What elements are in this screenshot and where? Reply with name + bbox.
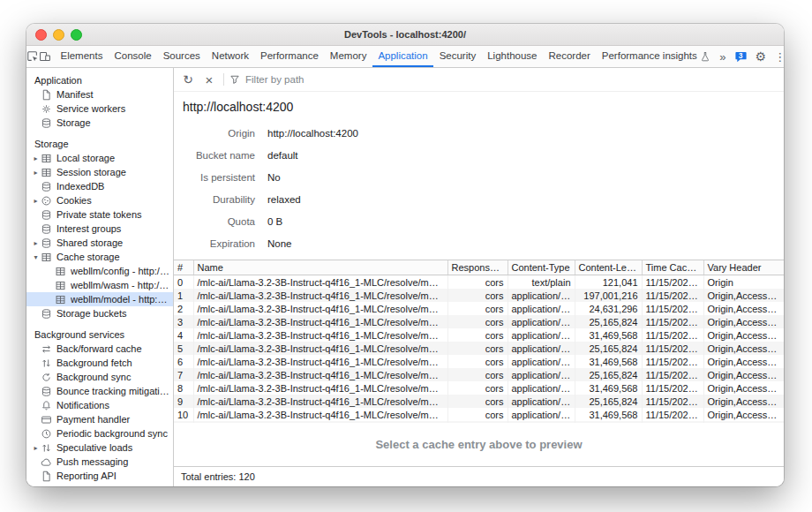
sidebar-item[interactable]: Push messaging (26, 455, 173, 469)
sidebar-item[interactable]: Payment handler (26, 412, 173, 426)
sidebar-item[interactable]: Application (26, 73, 173, 87)
sidebar-item[interactable]: Service workers (26, 102, 173, 116)
sidebar-item[interactable]: Storage (26, 137, 173, 151)
cache-entry-row[interactable]: 3 /mlc-ai/Llama-3.2-3B-Instruct-q4f16_1-… (174, 315, 784, 328)
panel-tab[interactable]: Elements (55, 46, 109, 67)
panel-tab[interactable]: Memory (324, 46, 372, 67)
total-entries-statusbar: Total entries: 120 (174, 466, 784, 486)
disclosure-arrow-icon[interactable] (31, 197, 41, 205)
refresh-icon[interactable]: ↻ (179, 71, 197, 88)
kebab-menu-icon[interactable]: ⋮ (774, 50, 784, 64)
sidebar-item[interactable]: Periodic background sync (26, 426, 173, 440)
sidebar-item-label: Payment handler (56, 414, 173, 425)
panel-tab[interactable]: Lighthouse (482, 46, 543, 67)
sidebar-item[interactable]: Local storage (26, 151, 173, 165)
cell-response-type: cors (447, 302, 508, 315)
sidebar-item[interactable]: Background sync (26, 370, 173, 384)
cache-entry-row[interactable]: 8 /mlc-ai/Llama-3.2-3B-Instruct-q4f16_1-… (174, 381, 784, 395)
metadata-value: None (267, 238, 292, 249)
column-header-content-type[interactable]: Content-Type (508, 260, 575, 275)
sidebar-item[interactable]: Cookies (26, 193, 173, 207)
delete-selected-icon[interactable]: × (200, 71, 218, 88)
panel-tab[interactable]: Network (206, 46, 254, 67)
cell-index: 7 (174, 368, 193, 381)
panel-tab-label: Console (114, 50, 151, 61)
sidebar-item-label: Reporting API (56, 471, 173, 481)
cell-vary-header: Origin (703, 275, 784, 290)
sidebar-item[interactable]: Back/forward cache (26, 342, 173, 356)
cache-entry-row[interactable]: 2 /mlc-ai/Llama-3.2-3B-Instruct-q4f16_1-… (174, 302, 784, 315)
cache-entry-row[interactable]: 0 /mlc-ai/Llama-3.2-3B-Instruct-q4f16_1-… (174, 275, 784, 290)
cell-time-cached: 11/15/2024, 10… (642, 342, 703, 355)
sidebar-item[interactable]: Private state tokens (26, 207, 173, 222)
cell-response-type: cors (447, 315, 508, 328)
sidebar-item[interactable]: Storage (26, 116, 173, 130)
sidebar-item-label: IndexedDB (56, 181, 173, 192)
cell-time-cached: 11/15/2024, 10… (642, 408, 703, 421)
cache-entry-row[interactable]: 4 /mlc-ai/Llama-3.2-3B-Instruct-q4f16_1-… (174, 328, 784, 342)
cell-content-length: 24,631,296 (575, 302, 642, 315)
sidebar-item[interactable]: Bounce tracking mitigations (26, 384, 173, 398)
sidebar-item-icon (41, 153, 52, 164)
sidebar-item[interactable]: Session storage (26, 165, 173, 179)
sidebar-item[interactable]: Shared storage (26, 236, 173, 250)
column-header-name[interactable]: Name (193, 260, 447, 275)
sidebar-item[interactable]: Manifest (26, 87, 173, 102)
cache-entry-row[interactable]: 6 /mlc-ai/Llama-3.2-3B-Instruct-q4f16_1-… (174, 355, 784, 368)
column-header-index[interactable]: # (174, 260, 193, 275)
cache-entry-row[interactable]: 1 /mlc-ai/Llama-3.2-3B-Instruct-q4f16_1-… (174, 289, 784, 302)
zoom-window-button[interactable] (71, 29, 82, 41)
disclosure-arrow-icon[interactable] (31, 239, 41, 247)
sidebar-item[interactable]: Cache storage (26, 250, 173, 264)
disclosure-arrow-icon[interactable] (31, 154, 41, 162)
inspect-element-icon[interactable] (26, 46, 39, 67)
cell-response-type: cors (447, 328, 508, 342)
sidebar-item[interactable]: Speculative loads (26, 440, 173, 455)
minimize-window-button[interactable] (53, 29, 64, 41)
panel-tab[interactable]: Performance insights (596, 46, 703, 67)
sidebar-item[interactable]: webllm/config - http://loc… (26, 264, 173, 278)
cache-entry-row[interactable]: 10 /mlc-ai/Llama-3.2-3B-Instruct-q4f16_1… (174, 408, 784, 421)
cache-entries-table: # Name Response-Type Content-Type Conten… (174, 260, 784, 423)
sidebar-item[interactable]: Interest groups (26, 222, 173, 236)
sidebar-item[interactable]: Storage buckets (26, 306, 173, 320)
disclosure-arrow-icon[interactable] (31, 253, 41, 261)
panel-tab[interactable]: Sources (157, 46, 206, 67)
sidebar-item[interactable]: Background services (26, 328, 173, 342)
sidebar-item[interactable]: Reporting API (26, 469, 173, 483)
cache-entry-row[interactable]: 7 /mlc-ai/Llama-3.2-3B-Instruct-q4f16_1-… (174, 368, 784, 381)
device-toolbar-icon[interactable] (39, 46, 51, 67)
disclosure-arrow-icon[interactable] (31, 169, 41, 177)
sidebar-item-label: Service workers (56, 103, 173, 114)
cell-name: /mlc-ai/Llama-3.2-3B-Instruct-q4f16_1-ML… (193, 342, 447, 355)
sidebar-item[interactable]: IndexedDB (26, 179, 173, 193)
sidebar-item[interactable]: Background fetch (26, 356, 173, 370)
sidebar-item-icon (55, 294, 66, 305)
more-panels-button[interactable]: » (719, 50, 726, 64)
close-window-button[interactable] (35, 29, 47, 41)
panel-tab[interactable]: Recorder (543, 46, 596, 67)
cache-entry-row[interactable]: 5 /mlc-ai/Llama-3.2-3B-Instruct-q4f16_1-… (174, 342, 784, 355)
filter-by-path-input[interactable] (244, 73, 388, 86)
sidebar-item-label: Cache storage (56, 252, 173, 262)
cache-entry-row[interactable]: 9 /mlc-ai/Llama-3.2-3B-Instruct-q4f16_1-… (174, 395, 784, 408)
column-header-response-type[interactable]: Response-Type (447, 260, 508, 275)
cell-vary-header: Origin,Access… (703, 368, 784, 381)
panel-tab[interactable]: Application (372, 46, 433, 67)
sidebar-item-icon (41, 195, 52, 207)
cell-content-length: 31,469,568 (575, 355, 642, 368)
column-header-time-cached[interactable]: Time Cached (642, 260, 703, 275)
settings-gear-icon[interactable]: ⚙ (756, 49, 767, 64)
disclosure-arrow-icon[interactable] (31, 444, 41, 452)
panel-tab[interactable]: Console (109, 46, 157, 67)
sidebar-item[interactable]: webllm/wasm - http://loca… (26, 278, 173, 292)
column-header-content-length[interactable]: Content-Length (575, 260, 642, 275)
sidebar-item-label: Storage (31, 139, 173, 149)
sidebar-item[interactable]: webllm/model - http://loc… (26, 292, 173, 306)
sidebar-item[interactable]: Notifications (26, 398, 173, 412)
issues-badge[interactable]: 3 (734, 50, 748, 64)
column-header-vary-header[interactable]: Vary Header (703, 260, 784, 275)
sidebar-item-label: Push messaging (56, 456, 173, 467)
panel-tab[interactable]: Security (433, 46, 482, 67)
panel-tab[interactable]: Performance (255, 46, 325, 67)
